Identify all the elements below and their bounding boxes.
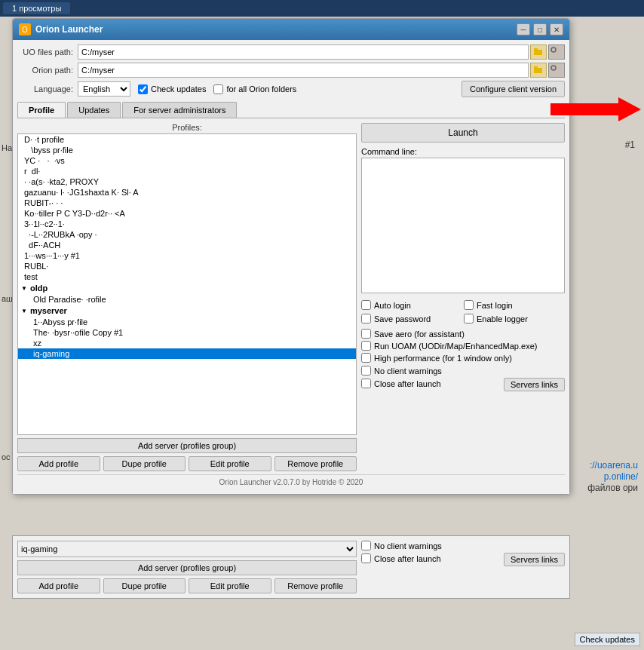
group-arrow-icon2: ▼: [21, 308, 27, 314]
bottom-add-server-button[interactable]: Add server (profiles group): [17, 560, 357, 575]
group-header-myserver[interactable]: ▼ myserver: [18, 305, 356, 317]
orion-path-input[interactable]: [78, 63, 529, 78]
right-panel: Launch Command line: Auto login Fast log…: [361, 123, 565, 471]
list-item[interactable]: 1···ws···1···y #1: [18, 250, 356, 261]
orion-path-gear-icon[interactable]: [548, 63, 565, 78]
bottom-no-client-warnings-checkbox[interactable]: [361, 541, 371, 550]
uo-path-folder-icon[interactable]: [530, 44, 547, 60]
no-client-warnings-label[interactable]: No client warnings: [361, 366, 565, 376]
for-all-orion-checkbox[interactable]: [213, 84, 223, 94]
svg-rect-3: [534, 48, 538, 51]
save-password-checkbox[interactable]: [361, 314, 371, 323]
list-item[interactable]: RUBL·: [18, 261, 356, 271]
save-password-label[interactable]: Save password: [361, 314, 462, 323]
svg-rect-5: [534, 68, 542, 73]
language-row: Language: English Check updates for all …: [17, 81, 565, 97]
list-item[interactable]: gazuanu· l· ·JG1shaxta K· Sl· A: [18, 187, 356, 198]
bottom-add-profile-button[interactable]: Add profile: [17, 578, 100, 593]
profiles-label: Profiles:: [17, 123, 357, 132]
close-after-launch-checkbox[interactable]: [361, 379, 371, 388]
save-aero-label[interactable]: Save aero (for assistant): [361, 329, 565, 339]
bottom-servers-links-button[interactable]: Servers links: [504, 553, 565, 566]
tab-server-admins[interactable]: For server administrators: [122, 102, 237, 118]
run-uoam-checkbox[interactable]: [361, 341, 371, 351]
group-header-oldp[interactable]: ▼ oldp: [18, 282, 356, 294]
bottom-left: iq-gaming Add server (profiles group) Ad…: [17, 541, 357, 593]
command-line-textarea[interactable]: [361, 158, 565, 293]
title-bar: O Orion Launcher ─ □ ✕: [13, 19, 569, 40]
fast-login-checkbox[interactable]: [464, 300, 474, 310]
language-label: Language:: [17, 84, 78, 94]
bottom-options: No client warnings Close after launch Se…: [361, 366, 565, 391]
fast-login-label[interactable]: Fast login: [464, 300, 565, 310]
bottom-close-after-launch-label[interactable]: Close after launch: [361, 553, 441, 563]
enable-logger-label[interactable]: Enable logger: [464, 314, 565, 323]
browser-tab[interactable]: 1 просмотры: [3, 2, 70, 14]
add-server-button[interactable]: Add server (profiles group): [17, 438, 357, 453]
window-title: Orion Launcher: [35, 24, 517, 35]
servers-links-button[interactable]: Servers links: [504, 378, 565, 391]
remove-profile-button[interactable]: Remove profile: [274, 456, 357, 471]
for-all-orion-checkbox-label[interactable]: for all Orion folders: [213, 84, 296, 94]
high-performance-label[interactable]: High performance (for 1 window only): [361, 353, 565, 363]
side-text-3: файлов ори: [587, 483, 638, 493]
list-item[interactable]: 1··Abyss pr·file: [18, 317, 356, 327]
save-aero-checkbox[interactable]: [361, 329, 371, 339]
list-item[interactable]: · ·a(s· ·kta2, PROXY: [18, 176, 356, 187]
list-item[interactable]: YC · · ·vs: [18, 155, 356, 166]
group-label-oldp: oldp: [30, 284, 48, 293]
list-item[interactable]: 3··1l··c2··1·: [18, 219, 356, 229]
enable-logger-checkbox[interactable]: [464, 314, 474, 323]
tab-updates[interactable]: Updates: [67, 102, 121, 118]
bottom-profile-select[interactable]: iq-gaming: [17, 541, 357, 557]
list-item[interactable]: ·-L··2RUBkA ·opy ·: [18, 229, 356, 240]
bottom-edit-profile-button[interactable]: Edit profile: [189, 578, 271, 593]
list-item[interactable]: test: [18, 271, 356, 282]
bottom-no-client-warnings-label[interactable]: No client warnings: [361, 541, 565, 550]
list-item[interactable]: RUBIT-· · ·: [18, 198, 356, 208]
dupe-profile-button[interactable]: Dupe profile: [103, 456, 186, 471]
language-select[interactable]: English: [78, 81, 130, 97]
list-item[interactable]: r dl·: [18, 166, 356, 176]
list-item[interactable]: xz: [18, 338, 356, 348]
tab-profile[interactable]: Profile: [17, 102, 66, 118]
bottom-remove-profile-button[interactable]: Remove profile: [274, 578, 357, 593]
bottom-dupe-profile-button[interactable]: Dupe profile: [103, 578, 186, 593]
list-item[interactable]: Old Paradise· ·rofile: [18, 294, 356, 305]
bottom-close-after-launch-checkbox[interactable]: [361, 553, 371, 563]
list-item-selected[interactable]: iq-gaming: [18, 348, 356, 359]
edit-profile-button[interactable]: Edit profile: [189, 456, 271, 471]
uo-path-gear-icon[interactable]: [548, 44, 565, 60]
auto-login-checkbox[interactable]: [361, 300, 371, 310]
minimize-button[interactable]: ─: [517, 23, 530, 35]
check-updates-checkbox[interactable]: [138, 84, 148, 94]
close-after-launch-label[interactable]: Close after launch: [361, 379, 441, 388]
bottom-split: iq-gaming Add server (profiles group) Ad…: [17, 541, 565, 593]
svg-rect-6: [534, 66, 538, 69]
group-label-myserver: myserver: [30, 306, 67, 315]
svg-point-4: [551, 48, 556, 52]
add-profile-button[interactable]: Add profile: [17, 456, 100, 471]
profiles-list[interactable]: D· ·t profile \byss pr·file YC · · ·vs r…: [17, 133, 357, 435]
list-item[interactable]: D· ·t profile: [18, 134, 356, 145]
tab-bar: 1 просмотры: [0, 0, 644, 17]
window-content: UO files path: Orion path: Language:: [13, 40, 569, 494]
list-item[interactable]: The· ·bysr··ofile Copy #1: [18, 327, 356, 338]
list-item[interactable]: \byss pr·file: [18, 145, 356, 155]
run-uoam-label[interactable]: Run UOAM (UODir/Map/EnhancedMap.exe): [361, 341, 565, 351]
check-updates-checkbox-label[interactable]: Check updates: [138, 84, 206, 94]
uo-path-input[interactable]: [78, 44, 529, 60]
orion-path-folder-icon[interactable]: [530, 63, 547, 78]
launch-button[interactable]: Launch: [361, 123, 565, 143]
list-item[interactable]: dF··ACH: [18, 240, 356, 250]
corner-check-updates[interactable]: Check updates: [575, 633, 640, 646]
close-button[interactable]: ✕: [550, 23, 563, 35]
configure-client-version-button[interactable]: Configure client version: [462, 81, 565, 97]
no-client-warnings-checkbox[interactable]: [361, 366, 371, 376]
side-link-2: p.online/: [604, 471, 638, 482]
auto-login-label[interactable]: Auto login: [361, 300, 462, 310]
high-performance-checkbox[interactable]: [361, 353, 371, 363]
maximize-button[interactable]: □: [533, 23, 547, 35]
bottom-profile-actions: Add profile Dupe profile Edit profile Re…: [17, 578, 357, 593]
list-item[interactable]: Ko··tiller P C Y3-D··d2r·· <A: [18, 208, 356, 219]
